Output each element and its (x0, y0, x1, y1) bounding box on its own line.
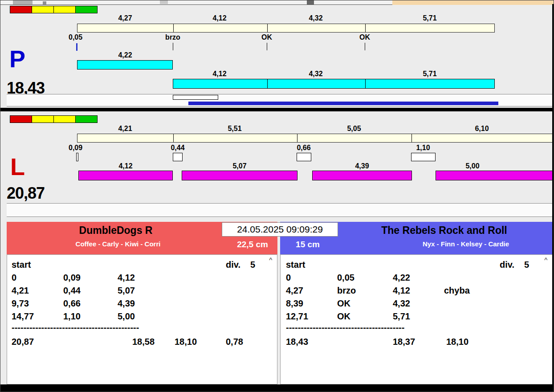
table-cell: 0,66 (63, 298, 81, 309)
start-label: start (286, 260, 305, 270)
table-cell: 8,39 (286, 298, 303, 309)
table-cell: 5,07 (118, 286, 135, 296)
ruler-l-segment-label: 6,10 (475, 125, 489, 133)
yellow-light-icon (53, 6, 76, 13)
tick-mark (411, 134, 412, 142)
table-cell: 4,12 (118, 273, 135, 283)
left-team-dogs: Coffee - Carly - Kiwi - Corri (7, 240, 229, 248)
right-jump-height: 15 cm (285, 240, 330, 249)
red-light-icon (10, 115, 32, 123)
change-mark-label: 1,10 (416, 144, 430, 152)
tick-mark (365, 43, 365, 50)
table-cell: brzo (337, 286, 356, 296)
table-cell: 4,21 (12, 286, 29, 296)
window-right-border (552, 4, 554, 384)
table-separator: ---------------------------------------- (286, 323, 404, 333)
right-team-dogs: Nyx - Finn - Kelsey - Cardie (379, 240, 553, 248)
clipped-menubar (0, 0, 554, 5)
left-result-list[interactable]: start div. 5 0 0,09 4,12 4,21 0,44 5,07 … (7, 254, 277, 384)
table-cell: 0 (12, 273, 16, 283)
run-bar-label: 4,32 (309, 70, 322, 78)
ruler-l-segment-label: 5,05 (347, 125, 361, 133)
total-cell: 0,78 (226, 337, 243, 347)
run-bar-label: 4,12 (118, 162, 132, 170)
run-bar-label: 4,39 (355, 162, 369, 170)
ruler-p-segment-label: 4,32 (309, 14, 322, 22)
table-cell: 12,71 (286, 311, 308, 322)
tick-mark (267, 43, 267, 50)
change-mark-label: 0,66 (297, 144, 310, 152)
timing-app-window: 4,27 4,12 4,32 5,71 0,05 brzo OK OK P 4,… (0, 0, 554, 392)
ruler-l-segment-label: 5,51 (228, 125, 241, 133)
change-mark-label: brzo (165, 33, 180, 41)
table-cell: OK (337, 298, 350, 309)
tick-mark (365, 24, 366, 32)
table-cell: chyba (444, 286, 470, 296)
menubar-fragment (13, 0, 33, 4)
scroll-up-icon[interactable]: ^ (269, 257, 273, 262)
division-value: 5 (250, 260, 255, 270)
ruler-p-segment-label: 5,71 (423, 14, 436, 22)
yellow-light-icon (32, 6, 54, 13)
table-separator: ----------------------------------------… (12, 323, 139, 333)
lane-l-progress-strip (7, 203, 553, 217)
total-cell: 20,87 (12, 337, 34, 347)
table-cell: 0 (286, 273, 291, 283)
datetime-display: 24.05.2025 09:09:29 (222, 222, 338, 237)
tick-mark (297, 134, 297, 142)
change-box (411, 153, 436, 161)
table-cell: 14,77 (12, 311, 34, 322)
table-cell: 0,05 (337, 273, 354, 283)
table-cell: 4,22 (393, 273, 410, 283)
division-value: 5 (524, 260, 529, 270)
table-cell: 4,27 (286, 286, 303, 296)
tick-mark (365, 79, 366, 88)
ruler-l-segment-label: 4,21 (118, 125, 132, 133)
scroll-up-icon[interactable]: ^ (544, 257, 548, 262)
bottom-black-bar (0, 384, 554, 392)
ruler-p (77, 24, 495, 33)
yellow-light-icon (53, 115, 76, 123)
run-bar-label: 5,07 (232, 162, 246, 170)
run-bar-label: 4,12 (212, 70, 226, 78)
table-cell: 4,32 (393, 298, 410, 309)
ruler-l (77, 134, 553, 143)
change-mark-label: OK (261, 33, 272, 41)
change-mark-label: OK (359, 33, 370, 41)
white-marker-bar (173, 95, 218, 100)
division-label: div. (500, 260, 514, 270)
dog-run-bar (78, 171, 173, 180)
tick-mark (173, 43, 173, 50)
left-team-name: DumbleDogs R (7, 225, 225, 237)
table-cell: OK (337, 311, 350, 322)
dog-run-bar (436, 171, 553, 180)
total-cell: 18,10 (446, 337, 468, 347)
lane-l-letter: L (10, 155, 25, 179)
dog-run-bar (312, 171, 412, 180)
table-cell: 0,09 (63, 273, 81, 283)
lane-p-letter: P (9, 47, 25, 71)
run-bar-label: 4,22 (118, 51, 132, 59)
lane-p-progress-strip (7, 94, 553, 106)
right-result-list[interactable]: start div. 5 0 0,05 4,22 4,27 brzo 4,12 … (280, 254, 553, 384)
table-cell: 4,12 (393, 286, 410, 296)
total-cell: 18,10 (175, 337, 197, 347)
table-cell: 4,39 (118, 298, 135, 309)
status-lights-p (10, 6, 98, 13)
total-cell: 18,43 (286, 337, 308, 347)
change-mark-label: 0,05 (69, 33, 82, 41)
dog-run-bar (173, 79, 495, 89)
total-cell: 18,58 (132, 337, 155, 347)
table-cell: 9,73 (12, 298, 29, 309)
clipped-toolbar-right (392, 0, 554, 5)
red-light-icon (10, 6, 32, 13)
total-cell: 18,37 (393, 337, 415, 347)
status-lights-l (10, 115, 98, 123)
change-box (173, 153, 183, 161)
menubar-fragment (43, 1, 46, 4)
table-cell: 5,71 (393, 311, 410, 322)
dog-run-bar (182, 171, 297, 180)
change-mark-label: 0,09 (69, 144, 82, 152)
run-bar-label: 5,71 (423, 70, 436, 78)
table-cell: 0,44 (63, 286, 81, 296)
